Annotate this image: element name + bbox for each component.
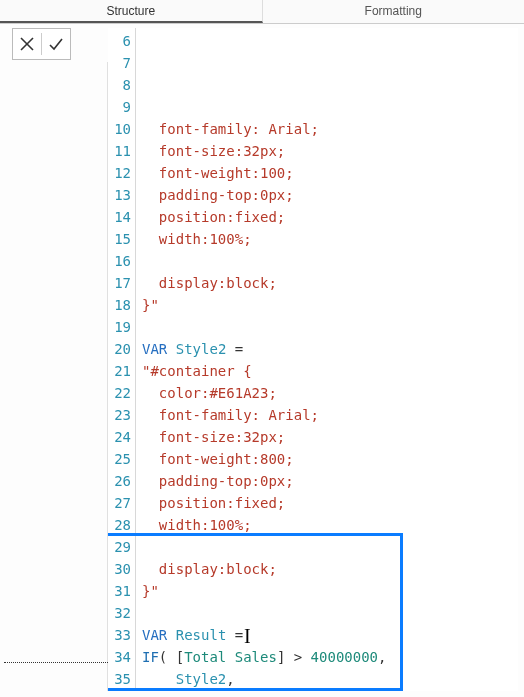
- commit-toolbar: [12, 28, 71, 60]
- line-number: 15: [108, 228, 131, 250]
- line-number: 10: [108, 118, 131, 140]
- line-number: 17: [108, 272, 131, 294]
- tab-strip: Structure Formatting: [0, 0, 524, 24]
- code-line[interactable]: display:block;: [142, 558, 512, 580]
- line-number: 24: [108, 426, 131, 448]
- code-line[interactable]: color:#E61A23;: [142, 382, 512, 404]
- line-number: 33: [108, 624, 131, 646]
- code-line[interactable]: font-size:32px;: [142, 140, 512, 162]
- code-line[interactable]: Style2,: [142, 668, 512, 690]
- line-number: 14: [108, 206, 131, 228]
- code-line[interactable]: position:fixed;: [142, 206, 512, 228]
- formula-editor-pane: Structure Formatting 6789101112131415161…: [0, 0, 524, 697]
- tab-formatting[interactable]: Formatting: [263, 0, 525, 23]
- code-line[interactable]: VAR Result =: [142, 624, 512, 646]
- line-number: 19: [108, 316, 131, 338]
- line-number: 7: [108, 52, 131, 74]
- line-number: 29: [108, 536, 131, 558]
- line-number: 13: [108, 184, 131, 206]
- line-number: 16: [108, 250, 131, 272]
- code-line[interactable]: position:fixed;: [142, 492, 512, 514]
- code-line[interactable]: [142, 250, 512, 272]
- line-number: 25: [108, 448, 131, 470]
- code-line[interactable]: "#container {: [142, 360, 512, 382]
- code-line[interactable]: font-weight:100;: [142, 162, 512, 184]
- line-number: 9: [108, 96, 131, 118]
- tab-structure[interactable]: Structure: [0, 0, 263, 23]
- line-number: 20: [108, 338, 131, 360]
- code-line[interactable]: display:block;: [142, 272, 512, 294]
- line-number: 34: [108, 646, 131, 668]
- line-number: 27: [108, 492, 131, 514]
- line-number: 8: [108, 74, 131, 96]
- close-icon: [19, 36, 35, 52]
- left-margin: [0, 62, 108, 691]
- line-number: 12: [108, 162, 131, 184]
- dotted-separator: [4, 662, 108, 663]
- line-number: 28: [108, 514, 131, 536]
- code-line[interactable]: }": [142, 580, 512, 602]
- code-line[interactable]: padding-top:0px;: [142, 184, 512, 206]
- line-number: 21: [108, 360, 131, 382]
- code-line[interactable]: font-weight:800;: [142, 448, 512, 470]
- line-number: 35: [108, 668, 131, 690]
- cancel-button[interactable]: [13, 29, 41, 59]
- code-line[interactable]: width:100%;: [142, 228, 512, 250]
- line-number: 6: [108, 30, 131, 52]
- code-line[interactable]: [142, 536, 512, 558]
- line-number: 30: [108, 558, 131, 580]
- line-number: 31: [108, 580, 131, 602]
- line-number: 23: [108, 404, 131, 426]
- code-line[interactable]: font-family: Arial;: [142, 404, 512, 426]
- code-line[interactable]: [142, 316, 512, 338]
- code-line[interactable]: Style1: [142, 690, 512, 691]
- line-number: 26: [108, 470, 131, 492]
- code-line[interactable]: font-family: Arial;: [142, 118, 512, 140]
- commit-button[interactable]: [42, 29, 70, 59]
- check-icon: [48, 36, 64, 52]
- code-line[interactable]: padding-top:0px;: [142, 470, 512, 492]
- code-editor[interactable]: 6789101112131415161718192021222324252627…: [108, 28, 518, 691]
- line-number: 22: [108, 382, 131, 404]
- code-line[interactable]: IF( [Total Sales] > 40000000,: [142, 646, 512, 668]
- code-line[interactable]: font-size:32px;: [142, 426, 512, 448]
- code-line[interactable]: }": [142, 294, 512, 316]
- line-number: 11: [108, 140, 131, 162]
- code-line[interactable]: [142, 602, 512, 624]
- line-number-gutter: 6789101112131415161718192021222324252627…: [108, 28, 136, 691]
- code-content[interactable]: I font-family: Arial; font-size:32px; fo…: [136, 28, 518, 691]
- code-line[interactable]: VAR Style2 =: [142, 338, 512, 360]
- line-number: 32: [108, 602, 131, 624]
- code-line[interactable]: width:100%;: [142, 514, 512, 536]
- line-number: 18: [108, 294, 131, 316]
